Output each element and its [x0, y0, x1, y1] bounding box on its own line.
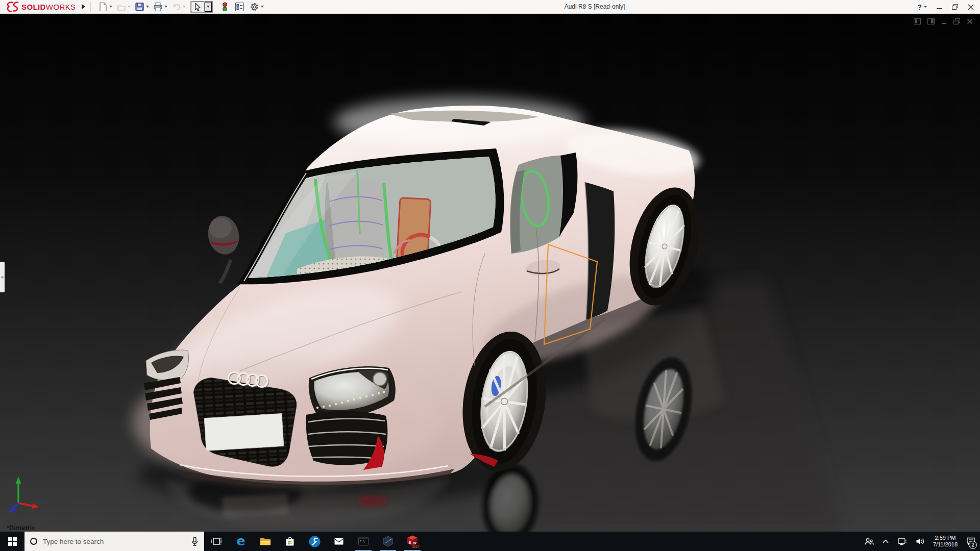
notification-badge: 2: [969, 541, 977, 549]
store-icon: [284, 535, 296, 547]
people-button[interactable]: [860, 532, 878, 551]
taskbar-app-mail[interactable]: [327, 532, 351, 551]
doc-minimize-icon: [941, 18, 947, 24]
taskbar: e: [0, 532, 980, 551]
select-tool-button[interactable]: [191, 2, 205, 12]
select-dropdown[interactable]: [205, 2, 212, 12]
system-tray: 2:59 PM 7/11/2018 2: [860, 532, 980, 551]
microphone-icon[interactable]: [191, 537, 199, 546]
front-right-intake: [306, 411, 388, 470]
taskbar-app-task-view[interactable]: [204, 532, 229, 551]
new-document-button[interactable]: [97, 1, 108, 13]
action-center-button[interactable]: 2: [962, 532, 980, 551]
main-toolbar: [97, 1, 267, 13]
cursor-arrow-icon: [193, 3, 202, 11]
speaker-icon: [915, 537, 925, 545]
doc-restore-button[interactable]: [953, 18, 960, 24]
pane-left-button[interactable]: [914, 18, 921, 24]
svg-text:2017: 2017: [412, 545, 420, 548]
solidworks-logo-mark: [5, 1, 19, 13]
svg-text:C:\_: C:\_: [360, 540, 367, 543]
open-folder-icon: [116, 2, 126, 12]
taskbar-app-support-tool[interactable]: [302, 532, 327, 551]
command-prompt-icon: C:\_: [357, 535, 370, 547]
mail-icon: [333, 535, 345, 547]
screen: SOLIDWORKS: [0, 0, 980, 551]
taskbar-app-solidworks[interactable]: S W 2017: [400, 532, 425, 551]
help-button[interactable]: ?: [917, 3, 927, 11]
triad-x-axis: [18, 503, 34, 506]
doc-close-button[interactable]: [967, 18, 973, 24]
print-dropdown-caret[interactable]: [164, 6, 167, 8]
svg-text:W: W: [413, 541, 416, 544]
app-titlebar: SOLIDWORKS: [0, 0, 980, 14]
pane-right-icon: [927, 18, 935, 24]
pane-right-button[interactable]: [927, 18, 935, 24]
document-title: Audi R8 S [Read-only]: [538, 3, 651, 10]
options-dropdown-caret[interactable]: [261, 6, 264, 8]
right-triangle-icon: [82, 4, 85, 9]
clock-date: 7/11/2018: [933, 541, 958, 548]
featuremanager-collapsed-tab[interactable]: [0, 262, 5, 292]
brand-text: SOLIDWORKS: [21, 3, 76, 11]
cortana-icon: [30, 538, 37, 545]
open-dropdown-caret[interactable]: [128, 6, 131, 8]
people-icon: [864, 537, 874, 546]
3d-scene[interactable]: [0, 14, 980, 532]
doc-minimize-button[interactable]: [941, 18, 947, 24]
chevron-up-icon: [882, 539, 889, 544]
pane-left-icon: [914, 18, 921, 24]
volume-button[interactable]: [911, 532, 929, 551]
license-plate-blank: [204, 413, 284, 450]
network-button[interactable]: [893, 532, 911, 551]
undo-arrow-icon: [172, 2, 181, 12]
edge-icon: e: [234, 535, 248, 548]
restore-button[interactable]: [952, 4, 958, 10]
view-orientation-label: *Dimetric: [7, 524, 36, 532]
clock-time: 2:59 PM: [935, 535, 955, 542]
svg-text:S: S: [408, 540, 411, 544]
rebuild-stoplight-button[interactable]: [219, 1, 230, 13]
select-tool-group: [190, 1, 213, 13]
edrawings-hexagon-icon: [382, 535, 394, 547]
svg-text:e: e: [237, 535, 246, 548]
print-button[interactable]: [152, 1, 163, 13]
toolbar-expand-arrow[interactable]: [79, 1, 88, 12]
doc-restore-icon: [953, 18, 960, 24]
taskbar-clock[interactable]: 2:59 PM 7/11/2018: [929, 532, 962, 551]
caret-down-icon: [207, 6, 210, 8]
properties-list-icon: [235, 2, 244, 12]
close-icon: [968, 4, 974, 10]
file-explorer-icon: [259, 535, 272, 547]
save-dropdown-caret[interactable]: [146, 6, 149, 8]
window-controls: ?: [917, 0, 974, 14]
printer-icon: [153, 2, 163, 12]
save-floppy-icon: [135, 2, 144, 12]
options-gear-button[interactable]: [249, 1, 259, 13]
windows-logo-icon: [8, 537, 17, 546]
orientation-triad[interactable]: [7, 474, 44, 517]
doc-close-icon: [967, 18, 973, 24]
start-button[interactable]: [0, 532, 24, 551]
undo-button[interactable]: [170, 1, 181, 13]
undo-dropdown-caret[interactable]: [183, 6, 186, 8]
tray-overflow-chevron[interactable]: [878, 532, 893, 551]
taskbar-app-command-prompt[interactable]: C:\_: [351, 532, 376, 551]
minimize-button[interactable]: [937, 8, 942, 9]
taskbar-app-edge[interactable]: e: [229, 532, 253, 551]
save-button[interactable]: [134, 1, 144, 13]
file-properties-button[interactable]: [234, 1, 244, 13]
graphics-viewport: *Dimetric: [0, 14, 980, 532]
open-document-button[interactable]: [115, 1, 126, 13]
help-caret-icon: [924, 6, 927, 8]
stoplight-icon: [220, 2, 230, 12]
gear-icon: [250, 2, 259, 12]
solidworks-app-icon: S W 2017: [406, 535, 420, 548]
new-dropdown-caret[interactable]: [109, 6, 112, 8]
taskbar-app-file-explorer[interactable]: [253, 532, 278, 551]
taskbar-search[interactable]: [24, 532, 204, 551]
close-button[interactable]: [968, 4, 974, 10]
taskbar-app-store[interactable]: [278, 532, 302, 551]
taskbar-app-edrawings[interactable]: [376, 532, 400, 551]
search-input[interactable]: [43, 538, 185, 545]
